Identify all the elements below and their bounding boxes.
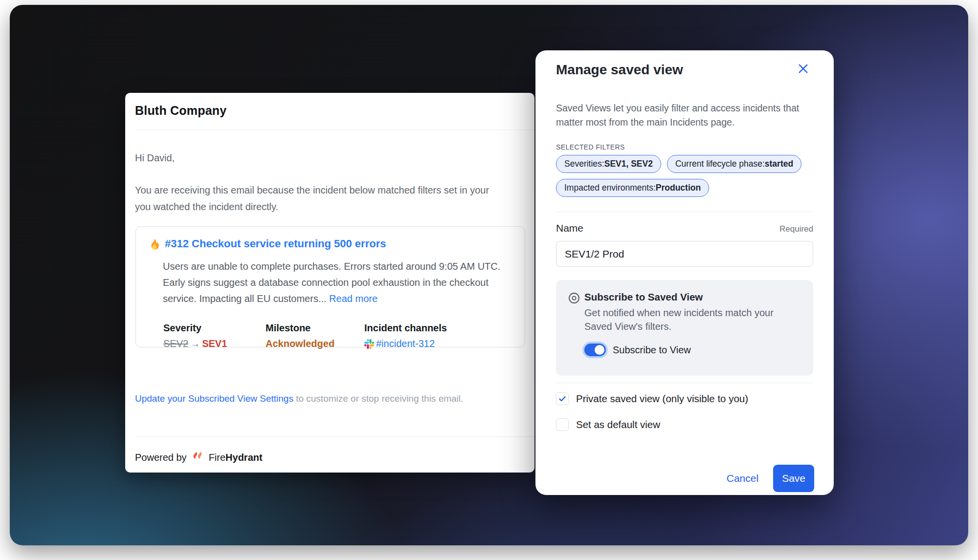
intro-text: You are receiving this email because the…: [135, 182, 489, 215]
filter-pill-value: Production: [656, 183, 701, 193]
severity-arrow: →: [188, 338, 202, 349]
powered-by-row: Powered by FireHydrant: [135, 451, 263, 464]
default-view-checkbox[interactable]: [556, 418, 569, 431]
firehydrant-flame-icon: [191, 451, 204, 464]
greeting-text: Hi David,: [135, 152, 175, 164]
x-icon: [798, 63, 809, 74]
filter-pill-severities: Severities: SEV1, SEV2: [556, 155, 661, 173]
email-footer-divider: [135, 436, 534, 437]
filter-pill-label: Current lifecycle phase:: [675, 159, 765, 169]
brand-hydrant: Hydrant: [225, 452, 263, 463]
channel-name: #incident-312: [376, 338, 435, 349]
channels-column: Incident channels #incident-312: [364, 323, 447, 351]
milestone-column: Milestone Acknowledged: [266, 323, 364, 351]
modal-section-divider: [556, 383, 813, 383]
read-more-link[interactable]: Read more: [329, 293, 378, 304]
filter-pill-value: SEV1, SEV2: [604, 159, 653, 169]
save-button[interactable]: Save: [773, 465, 814, 492]
eye-icon: [568, 292, 580, 304]
subscribe-description: Get notified when new incidents match yo…: [584, 306, 785, 333]
settings-note-rest: to customize or stop receiving this emai…: [293, 393, 463, 404]
filter-pill-value: started: [765, 159, 793, 169]
severity-new-value: SEV1: [202, 338, 227, 349]
milestone-header: Milestone: [266, 323, 364, 334]
subscribe-toggle-label: Subscribe to View: [613, 345, 691, 356]
intro-line-1: You are receiving this email because the…: [135, 182, 489, 198]
severity-old-value: SEV2: [163, 338, 188, 349]
subscribe-toggle[interactable]: [584, 344, 606, 356]
required-label: Required: [779, 224, 813, 234]
email-header-divider: [135, 129, 534, 130]
modal-section-divider: [556, 212, 813, 212]
private-view-checkbox[interactable]: [556, 392, 569, 405]
subscribe-panel: Subscribe to Saved View Get notified whe…: [556, 280, 813, 376]
page-background: Bluth Company Hi David, You are receivin…: [0, 0, 978, 560]
powered-by-label: Powered by: [135, 452, 187, 463]
subscribe-title: Subscribe to Saved View: [584, 291, 703, 303]
milestone-value: Acknowledged: [266, 338, 364, 349]
modal-description: Saved Views let you easily filter and ac…: [556, 101, 815, 129]
default-view-label: Set as default view: [576, 419, 660, 431]
incident-card: #312 Checkout service returning 500 erro…: [135, 226, 525, 347]
settings-note-text: Update your Subscribed View Settings to …: [135, 393, 463, 404]
selected-filters-label: SELECTED FILTERS: [556, 143, 625, 151]
firehydrant-brand: FireHydrant: [209, 452, 263, 463]
incident-channel-link[interactable]: #incident-312: [364, 338, 435, 349]
modal-title: Manage saved view: [556, 62, 683, 78]
severity-column: Severity SEV2→SEV1: [163, 323, 266, 351]
filter-pill-label: Severities:: [564, 159, 604, 169]
manage-saved-view-modal: Manage saved view Saved Views let you ea…: [535, 50, 834, 495]
brand-fire: Fire: [209, 452, 225, 463]
selected-filters-list: Severities: SEV1, SEV2 Current lifecycle…: [556, 155, 818, 197]
company-name: Bluth Company: [135, 104, 226, 118]
private-view-label: Private saved view (only visible to you): [576, 393, 748, 405]
name-input[interactable]: [556, 241, 813, 267]
name-label: Name: [556, 222, 583, 234]
close-button[interactable]: [796, 61, 810, 76]
flame-emoji-icon: [148, 238, 160, 250]
filter-pill-label: Impacted environments:: [564, 183, 656, 193]
channels-header: Incident channels: [364, 323, 447, 334]
intro-line-2: you watched the incident directly.: [135, 198, 489, 215]
cancel-button[interactable]: Cancel: [727, 473, 758, 484]
subscribed-settings-link[interactable]: Update your Subscribed View Settings: [135, 393, 293, 404]
filter-pill-lifecycle: Current lifecycle phase: started: [667, 155, 801, 173]
slack-icon: [364, 339, 374, 349]
filter-pill-environments: Impacted environments: Production: [556, 179, 709, 197]
toggle-knob: [595, 345, 604, 355]
severity-header: Severity: [163, 323, 266, 334]
email-preview-card: Bluth Company Hi David, You are receivin…: [125, 93, 534, 473]
incident-title-link[interactable]: #312 Checkout service returning 500 erro…: [165, 237, 386, 250]
checkmark-icon: [558, 394, 567, 403]
incident-description: Users are unable to complete purchases. …: [163, 258, 505, 307]
